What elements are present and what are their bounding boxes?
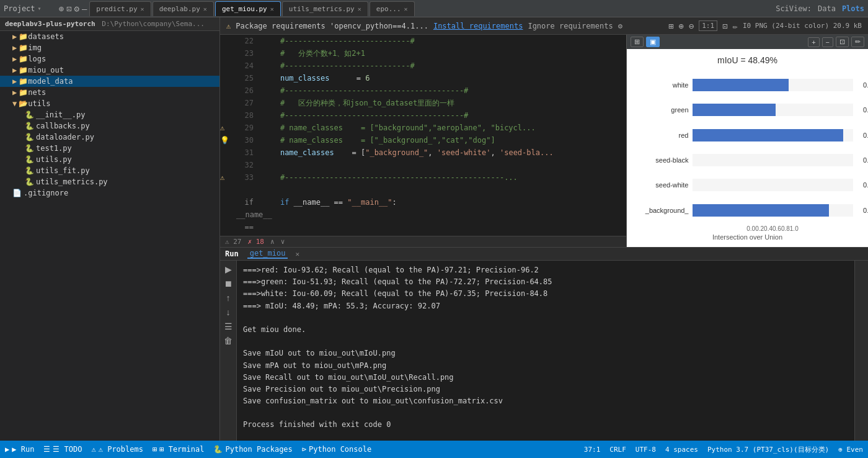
run-output-line: Get miou done. — [243, 324, 848, 336]
tab-utils-metrics[interactable]: utils_metrics.py ✕ — [282, 1, 368, 16]
notification-bar: ⚠ Package requirements 'opencv_python==4… — [220, 17, 868, 35]
toolbar-plus-circle-icon[interactable]: ⊕ — [678, 21, 683, 31]
tab-deeplab[interactable]: deeplab.py ✕ — [153, 1, 214, 16]
tab-get-miou[interactable]: get_miou.py ✕ — [215, 1, 281, 16]
sciview-single-btn[interactable]: ▣ — [646, 37, 660, 47]
x-axis-label: 0.2 — [755, 225, 764, 232]
python-console-btn[interactable]: ⊳ Python Console — [302, 445, 371, 454]
tab-close-deeplab[interactable]: ✕ — [203, 6, 207, 12]
run-scrollbar[interactable] — [854, 261, 868, 458]
run-scroll-up-btn[interactable]: ↑ — [223, 292, 234, 304]
sciview-zoom-in-btn[interactable]: + — [808, 37, 819, 47]
chart-bar-label: seed-black — [642, 156, 689, 164]
run-output-line — [243, 407, 848, 419]
toolbar-icon-4[interactable]: — — [82, 4, 87, 14]
toolbar-minus-icon[interactable]: ⊖ — [689, 21, 694, 31]
notification-gear-icon[interactable]: ⚙ — [618, 22, 622, 30]
sidebar-item-img[interactable]: ▶ 📁 img — [0, 42, 219, 53]
run-stop-btn[interactable]: ⏹ — [223, 277, 234, 290]
run-bottom-btn[interactable]: ▶ ▶ Run — [5, 445, 34, 454]
tab-close-utils-metrics[interactable]: ✕ — [358, 6, 361, 12]
sidebar-item-utils-metrics[interactable]: 🐍 utils_metrics.py — [0, 176, 219, 187]
python-console-label: Python Console — [309, 445, 371, 454]
status-event: ⊕ Even — [838, 446, 863, 454]
sciview-grid-btn[interactable]: ⊞ — [631, 37, 644, 47]
ignore-requirements-btn[interactable]: Ignore requirements — [528, 22, 613, 30]
top-bar: Project ▾ ⊕ ⊡ ⚙ — predict.py ✕ deeplab.p… — [0, 0, 868, 17]
problems-btn[interactable]: ⚠ ⚠ Problems — [91, 445, 143, 454]
tab-close-predict[interactable]: ✕ — [141, 6, 144, 12]
run-clear-btn[interactable]: 🗑 — [223, 335, 234, 347]
run-menu-btn[interactable]: ☰ — [223, 320, 234, 333]
code-line-30: # name_classes = ["_background_","cat","… — [262, 134, 621, 146]
code-editor[interactable]: ⚠ 💡 ⚠ 22 23 24 25 26 27 — [220, 35, 626, 247]
sciview-data-btn[interactable]: Data — [818, 4, 836, 13]
todo-btn[interactable]: ☰ ☰ TODO — [43, 445, 82, 454]
sciview-pen-btn[interactable]: ✏ — [851, 37, 864, 47]
run-play-btn[interactable]: ▶ — [223, 263, 234, 276]
install-requirements-btn[interactable]: Install requirements — [433, 22, 523, 30]
toolbar-grid-icon[interactable]: ⊞ — [668, 21, 673, 31]
tab-epo[interactable]: epo... ✕ — [370, 1, 415, 16]
code-area: ⚠ 💡 ⚠ 22 23 24 25 26 27 — [220, 35, 626, 236]
toolbar-edit-icon[interactable]: ✏ — [733, 21, 738, 31]
sidebar-item-miou-out[interactable]: ▶ 📁 miou_out — [0, 65, 219, 76]
toolbar-icon-3[interactable]: ⚙ — [74, 4, 79, 14]
right-panel: ⚠ Package requirements 'opencv_python==4… — [220, 17, 868, 458]
terminal-btn[interactable]: ⊞ ⊞ Terminal — [153, 445, 204, 454]
sidebar-item-nets[interactable]: ▶ 📁 nets — [0, 87, 219, 98]
sidebar-item-utils[interactable]: ▼ 📂 utils — [0, 98, 219, 109]
run-output-line — [243, 336, 848, 348]
tab-close-get-miou[interactable]: ✕ — [270, 6, 274, 12]
collapse-icon[interactable]: ∨ — [281, 238, 285, 246]
sidebar-item-model-data[interactable]: ▶ 📁 model_data — [0, 76, 219, 87]
sidebar-item-logs[interactable]: ▶ 📁 logs — [0, 53, 219, 65]
sidebar-label-nets: nets — [28, 88, 46, 97]
x-axis-label: 0.6 — [773, 225, 781, 232]
chart-bar-value: 0.85 — [863, 207, 868, 214]
run-output-line: ===>red: Iou-93.62; Recall (equal to the… — [243, 264, 848, 276]
project-label[interactable]: Project — [4, 4, 35, 13]
code-line-23: # 分类个数+1、如2+1 — [262, 47, 621, 60]
sidebar-item-utils-py[interactable]: 🐍 utils.py — [0, 154, 219, 165]
python-packages-label: Python Packages — [225, 445, 292, 454]
sciview-plots-btn[interactable]: Plots — [842, 4, 864, 13]
sidebar-item-callbacks[interactable]: 🐍 callbacks.py — [0, 120, 219, 132]
sidebar-item-test1[interactable]: 🐍 test1.py — [0, 143, 219, 154]
run-output-line: ===>green: Iou-51.93; Recall (equal to t… — [243, 276, 848, 288]
toolbar-fit-icon[interactable]: ⊡ — [722, 21, 727, 31]
sidebar-item-gitignore[interactable]: 📄 .gitignore — [0, 187, 219, 199]
run-output-line: Save mIoU out to miou_out\mIoU.png — [243, 348, 848, 359]
chart-bar-track: 0.60 — [693, 79, 853, 91]
run-tab-close[interactable]: ✕ — [295, 250, 299, 258]
sidebar-item-utils-fit[interactable]: 🐍 utils_fit.py — [0, 165, 219, 176]
warning-count: ⚠ 27 — [225, 238, 242, 246]
run-tab-get-miou[interactable]: get_miou — [247, 249, 288, 259]
sciview-fit-btn[interactable]: ⊡ — [836, 37, 849, 47]
tab-predict[interactable]: predict.py ✕ — [89, 1, 151, 16]
sidebar-item-dataloader[interactable]: 🐍 dataloader.py — [0, 132, 219, 143]
tab-bar: predict.py ✕ deeplab.py ✕ get_miou.py ✕ … — [89, 1, 773, 16]
sidebar-item-datasets[interactable]: ▶ 📁 datasets — [0, 31, 219, 42]
run-bottom-label: ▶ Run — [12, 445, 34, 454]
run-panel: Run get_miou ✕ ▶ ⏹ ↑ ↓ ☰ 🗑 ===>red: Iou-… — [220, 247, 868, 458]
file-icon-dataloader: 🐍 — [25, 133, 34, 141]
sidebar-header: deeplabv3-plus-pytorch D:\Python\company… — [0, 17, 219, 31]
expand-icon[interactable]: ∧ — [270, 238, 275, 246]
toolbar-icon-2[interactable]: ⊡ — [66, 4, 71, 14]
sidebar-item-init[interactable]: 🐍 __init__.py — [0, 109, 219, 120]
chart-x-axis: 0.00.20.40.60.81.0 — [696, 225, 798, 232]
notification-text: Package requirements 'opencv_python==4.1… — [236, 22, 428, 30]
python-packages-btn[interactable]: 🐍 Python Packages — [213, 445, 292, 454]
sciview-zoom-out-btn[interactable]: − — [822, 37, 833, 47]
file-icon-utils-fit: 🐍 — [25, 166, 34, 175]
run-scroll-down-btn[interactable]: ↓ — [223, 306, 234, 318]
tab-close-epo[interactable]: ✕ — [404, 6, 408, 12]
toolbar-11-btn[interactable]: 1:1 — [699, 20, 717, 31]
x-axis-label: 1.0 — [790, 225, 799, 232]
toolbar-icon-1[interactable]: ⊕ — [59, 4, 64, 14]
chart-title: mIoU = 48.49% — [717, 55, 777, 65]
chart-bar-track: 0.94 — [693, 129, 853, 141]
chart-bar-label: white — [642, 81, 689, 89]
code-content[interactable]: #----------------------------# # 分类个数+1、… — [257, 35, 626, 236]
